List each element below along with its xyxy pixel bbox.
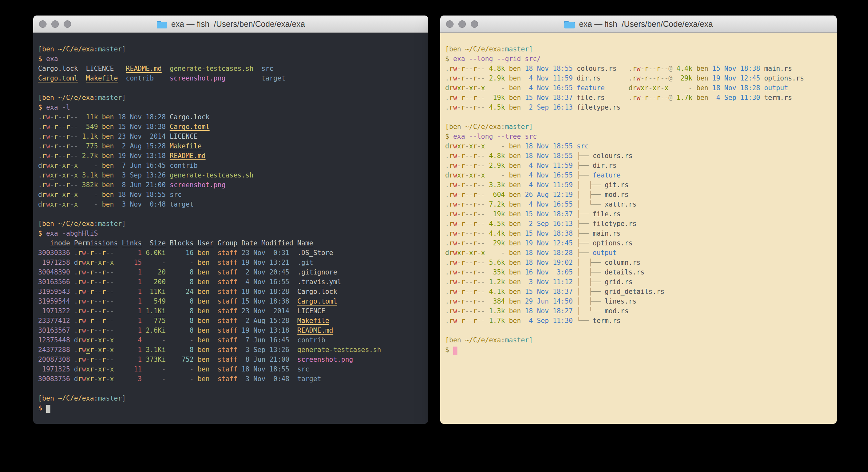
- terminal-text: [573, 84, 577, 92]
- perm-char: -: [106, 249, 110, 257]
- terminal-text: [573, 65, 577, 72]
- terminal-text: 30083756: [38, 375, 70, 383]
- perm-char: r: [54, 181, 58, 189]
- terminal-text: .git: [297, 259, 313, 266]
- terminal-line: 23377412 .rw-r--r-- 1 775 8 ben staff 2 …: [38, 316, 428, 326]
- perm-char: r: [78, 326, 82, 334]
- perm-char: -: [58, 161, 62, 169]
- terminal-text: [521, 94, 525, 101]
- minimize-button[interactable]: [51, 20, 59, 28]
- titlebar[interactable]: exa — fish /Users/ben/Code/exa/exa: [33, 16, 428, 33]
- perm-char: -: [110, 278, 114, 286]
- perm-char: x: [62, 161, 66, 169]
- terminal-text: [573, 220, 577, 228]
- perm-char: r: [54, 152, 58, 160]
- terminal-text: [238, 356, 241, 363]
- perm-char: -: [98, 356, 102, 363]
- perm-char: d: [74, 336, 78, 344]
- perm-char: -: [58, 171, 62, 179]
- close-button[interactable]: [446, 20, 454, 28]
- close-button[interactable]: [39, 20, 46, 28]
- terminal-text: [142, 278, 146, 286]
- terminal-text: 4 Sep 11:30: [712, 94, 760, 101]
- window-title: exa — fish /Users/ben/Code/exa/exa: [579, 20, 713, 29]
- terminal-text: [166, 278, 169, 286]
- perm-char: -: [481, 104, 485, 111]
- perm-char: -: [469, 239, 473, 247]
- zoom-button[interactable]: [471, 20, 478, 28]
- terminal-text: 7 Jun 16:45: [118, 161, 166, 169]
- perm-char: -: [465, 230, 469, 237]
- perm-char: @: [669, 94, 672, 101]
- perm-char: -: [58, 152, 62, 160]
- terminal-text: 23377412: [38, 317, 70, 325]
- terminal-text: [210, 346, 218, 354]
- terminal-line: .rw-r--r-- 1.7k ben 4 Sep 11:30 └── term…: [445, 316, 837, 326]
- terminal-text: ben: [696, 65, 708, 72]
- perm-char: -: [58, 191, 62, 199]
- perm-char: -: [465, 307, 469, 315]
- perm-char: -: [465, 288, 469, 295]
- terminal-text: 30048390: [38, 268, 70, 276]
- terminal-text: [142, 259, 146, 266]
- terminal-line: $: [38, 403, 428, 413]
- titlebar[interactable]: exa — fish /Users/ben/Code/exa/exa: [440, 16, 837, 33]
- permission-bits: .rwxr-xr-x: [74, 346, 114, 354]
- perm-char: x: [50, 171, 54, 179]
- terminal-text: ben: [198, 278, 210, 286]
- terminal-text: [ben ~/C/e/exa: [38, 394, 94, 402]
- perm-char: r: [78, 259, 82, 266]
- perm-char: x: [110, 375, 114, 383]
- perm-char: -: [457, 230, 461, 237]
- terminal-text: 7 Jun 16:45: [242, 336, 289, 344]
- perm-char: r: [449, 201, 453, 208]
- terminal-text: exa --long --grid src/: [453, 55, 541, 63]
- terminal-text: [114, 142, 118, 150]
- perm-char: r: [102, 365, 106, 373]
- perm-char: r: [42, 142, 46, 150]
- terminal-text: [485, 94, 489, 101]
- perm-char: r: [66, 113, 70, 121]
- perm-char: -: [457, 104, 461, 111]
- perm-char: .: [74, 317, 78, 325]
- terminal-text: 373Ki: [146, 356, 166, 363]
- terminal-text: 2.6Ki: [146, 326, 166, 334]
- perm-char: -: [70, 171, 74, 179]
- permission-bits: .rw-r--r--: [445, 307, 485, 315]
- terminal-line: 30163566 .rw-r--r-- 1 200 8 ben staff 4 …: [38, 277, 428, 287]
- perm-char: -: [481, 278, 485, 286]
- terminal-line: inode Permissions Links Size Blocks User…: [38, 238, 428, 248]
- terminal-text: master: [505, 45, 529, 53]
- perm-char: -: [106, 336, 110, 344]
- perm-char: r: [42, 171, 46, 179]
- terminal-text: 4 Nov 11:59: [525, 161, 573, 169]
- terminal-text: │ ├──: [577, 181, 604, 189]
- permission-bits: .rw-r--r--: [445, 288, 485, 295]
- perm-char: -: [465, 75, 469, 82]
- perm-char: -: [86, 268, 90, 276]
- minimize-button[interactable]: [458, 20, 466, 28]
- perm-char: w: [453, 94, 457, 101]
- zoom-button[interactable]: [64, 20, 71, 28]
- perm-char: -: [457, 181, 461, 189]
- perm-char: r: [461, 230, 465, 237]
- terminal-text: [521, 239, 525, 247]
- terminal-text: Name: [297, 239, 313, 247]
- terminal-text: [573, 171, 577, 179]
- terminal-text: User: [198, 239, 214, 247]
- terminal-left[interactable]: [ben ~/C/e/exa:master]$ exaCargo.lock LI…: [33, 33, 428, 424]
- terminal-line: drwxr-xr-x - ben 4 Nov 16:55 ├── feature: [445, 170, 837, 180]
- terminal-text: [521, 181, 525, 189]
- permission-bits: .rw-r--r--: [445, 181, 485, 189]
- terminal-text: [142, 239, 150, 247]
- terminal-text: [289, 375, 298, 383]
- perm-char: w: [82, 346, 86, 354]
- terminal-text: [505, 94, 509, 101]
- perm-char: -: [481, 268, 485, 276]
- terminal-text: [ben ~/C/e/exa: [445, 336, 501, 344]
- terminal-text: [193, 278, 197, 286]
- terminal-line: .rw-r--r-- 384 ben 29 Jun 14:50 │ ├── li…: [445, 296, 837, 306]
- perm-char: r: [449, 171, 453, 179]
- terminal-text: .DS_Store: [297, 249, 333, 257]
- terminal-right[interactable]: [ben ~/C/e/exa:master]$ exa --long --gri…: [440, 33, 837, 424]
